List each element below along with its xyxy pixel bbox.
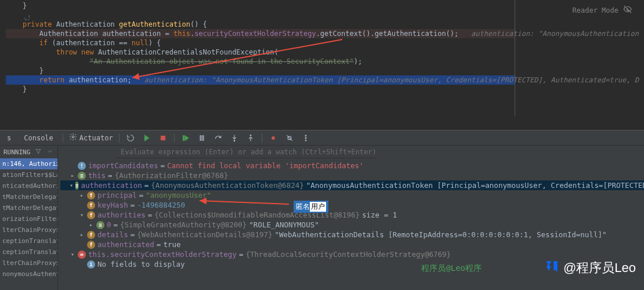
svg-point-6	[234, 140, 235, 141]
field-icon: f	[87, 241, 95, 249]
tab-threads[interactable]: s	[3, 133, 15, 143]
svg-point-11	[305, 135, 306, 136]
object-icon: ≡	[78, 172, 86, 180]
chevron-right-icon[interactable]: ▸	[88, 222, 94, 228]
svg-point-8	[272, 136, 275, 140]
stack-frame[interactable]: tMatcherDelegatin	[0, 191, 57, 202]
current-execution-line: return authentication; authentication: "…	[6, 75, 515, 85]
zhihu-icon	[545, 259, 560, 277]
svg-point-7	[250, 135, 251, 136]
evaluate-expression-input[interactable]: Evaluate expression (Enter) or add a wat…	[116, 146, 377, 158]
stack-frame[interactable]: lterChainProxy$Vi	[0, 258, 57, 269]
separator	[63, 133, 63, 143]
stack-frame[interactable]: ationFilter$$Lamb	[0, 169, 57, 180]
field-icon: f	[87, 201, 95, 209]
stack-frame[interactable]: ceptionTranslatio	[0, 235, 57, 246]
code-line: if (authentication == null) {	[6, 38, 515, 48]
code-line: throw new AuthenticationCredentialsNotFo…	[6, 48, 515, 57]
step-into-icon[interactable]	[229, 133, 240, 143]
chevron-down-icon[interactable]	[46, 148, 53, 157]
tab-actuator[interactable]: Actuator	[69, 133, 113, 143]
watch-icon: ∞	[78, 251, 86, 259]
code-line: }	[6, 66, 515, 75]
watermark-text: 程序员@Leo程序	[421, 263, 482, 274]
stack-frame[interactable]: nonymousAuthentic	[0, 269, 57, 280]
step-over-icon[interactable]	[213, 133, 223, 143]
separator	[262, 133, 262, 143]
info-icon: i	[87, 260, 95, 269]
resume-icon[interactable]	[142, 133, 152, 143]
separator	[119, 133, 120, 143]
svg-rect-2	[161, 136, 165, 140]
code-line: }	[6, 1, 515, 10]
variable-row[interactable]: ▾ ∞ this.securityContextHolderStrategy =…	[60, 249, 644, 259]
separator	[174, 133, 175, 143]
field-icon: f	[87, 231, 95, 239]
stack-frame[interactable]: ceptionTranslatio	[0, 246, 57, 258]
stack-frame[interactable]: lterChainProxy$Vi	[0, 224, 57, 235]
rerun-icon[interactable]	[125, 133, 136, 143]
debug-toolbar: s Console Actuator	[0, 130, 644, 146]
reader-mode-label: Reader Mode	[573, 6, 618, 14]
resume-program-icon[interactable]	[180, 133, 191, 143]
svg-point-12	[305, 137, 306, 139]
stack-frame[interactable]: orizationFilter	[0, 213, 57, 224]
variable-row[interactable]: ▸ ≡ 0 = {SimpleGrantedAuthority@8200} "R…	[60, 220, 644, 230]
variable-row[interactable]: ▸ f principal = "anonymousUser"	[60, 190, 644, 200]
chevron-right-icon[interactable]: ▸	[79, 192, 85, 198]
variable-row[interactable]: ▾ f authorities = {Collections$Unmodifia…	[60, 210, 644, 220]
eye-off-icon	[623, 5, 632, 16]
field-icon: f	[87, 211, 95, 219]
stack-frame[interactable]: tMatcherDelegatin	[0, 202, 57, 213]
variable-row[interactable]: ▸ ≡ this = {AuthorizationFilter@6768}	[60, 171, 644, 180]
thread-status-bar[interactable]: RUNNING	[0, 146, 58, 158]
chevron-right-icon[interactable]: ▸	[79, 231, 85, 238]
variable-row[interactable]: f keyHash = -1496884250	[60, 200, 644, 210]
stack-frames-list[interactable]: n:146, Authoriza ationFilter$$Lamb ntica…	[0, 158, 58, 290]
code-line: "An Authentication object was not found …	[6, 57, 515, 66]
variable-row[interactable]: f authenticated = true	[60, 240, 644, 249]
object-icon: ≡	[75, 182, 78, 190]
stop-icon[interactable]	[158, 133, 168, 143]
object-icon: ≡	[96, 221, 104, 229]
thread-status-label: RUNNING	[3, 148, 30, 156]
error-icon: !	[78, 162, 86, 170]
step-out-icon[interactable]	[245, 133, 256, 143]
code-line	[6, 10, 515, 20]
variable-row[interactable]: ▸ f details = {WebAuthenticationDetails@…	[60, 230, 644, 240]
mute-breakpoints-icon[interactable]	[284, 133, 295, 143]
chevron-down-icon[interactable]: ▾	[79, 212, 85, 218]
chevron-right-icon[interactable]: ▸	[70, 172, 75, 179]
code-line: }	[6, 85, 515, 94]
actuator-icon	[69, 133, 77, 143]
annotation-badge: 匿名用户	[294, 201, 328, 213]
field-icon: f	[87, 191, 95, 200]
view-breakpoints-icon[interactable]	[268, 133, 278, 143]
code-line: Authentication authentication = this.sec…	[6, 29, 515, 38]
svg-rect-4	[200, 135, 201, 140]
svg-rect-3	[183, 135, 184, 140]
variable-row[interactable]: ! importCandidates = Cannot find local v…	[60, 161, 644, 171]
code-editor[interactable]: ↘⤴ } private Authentication getAuthentic…	[0, 0, 515, 116]
chevron-down-icon[interactable]: ▾	[70, 182, 73, 188]
stack-frame[interactable]: n:146, Authoriza	[0, 158, 57, 169]
more-icon[interactable]	[301, 133, 311, 143]
variable-row[interactable]: ▾ ≡ authentication = {AnonymousAuthentic…	[60, 180, 644, 190]
bookmark-icon[interactable]: ↘⤴	[23, 14, 31, 23]
filter-icon[interactable]	[35, 148, 42, 157]
svg-rect-5	[202, 135, 204, 140]
svg-point-1	[72, 136, 74, 138]
tab-console[interactable]: Console	[20, 133, 57, 143]
reader-mode-toggle[interactable]: Reader Mode	[573, 5, 632, 16]
watermark-zhihu: @程序员Leo	[545, 259, 636, 277]
stack-frame[interactable]: nticatedAuthoriza	[0, 180, 57, 191]
eval-placeholder: Evaluate expression (Enter) or add a wat…	[121, 148, 377, 156]
pause-icon[interactable]	[197, 133, 207, 143]
svg-point-13	[305, 140, 306, 141]
chevron-down-icon[interactable]: ▾	[70, 251, 75, 258]
code-line: private Authentication getAuthentication…	[6, 20, 515, 29]
